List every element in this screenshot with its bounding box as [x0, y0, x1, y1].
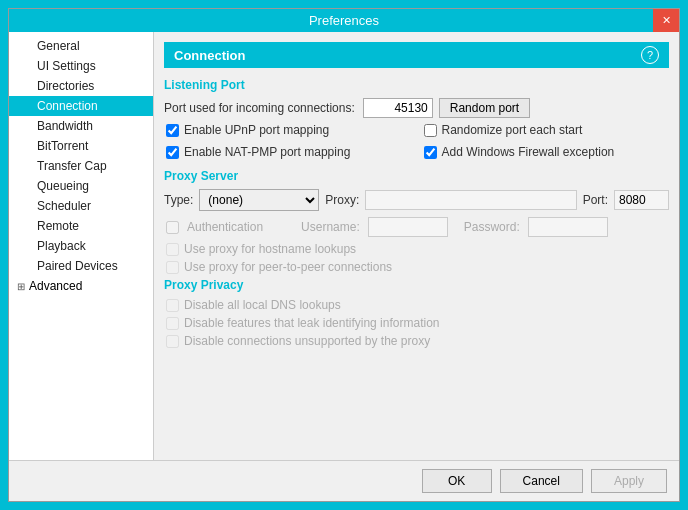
- sidebar-item-ui-settings[interactable]: UI Settings: [9, 56, 153, 76]
- port-row: Port used for incoming connections: Rand…: [164, 98, 669, 118]
- help-button[interactable]: ?: [641, 46, 659, 64]
- proxy-type-select[interactable]: (none) HTTP HTTPS SOCKS4 SOCKS5: [199, 189, 319, 211]
- sidebar-item-playback[interactable]: Playback: [9, 236, 153, 256]
- sidebar-item-general[interactable]: General: [9, 36, 153, 56]
- password-input[interactable]: [528, 217, 608, 237]
- leak-label: Disable features that leak identifying i…: [184, 316, 439, 330]
- proxy-address-input[interactable]: [365, 190, 576, 210]
- password-label: Password:: [464, 220, 520, 234]
- username-input[interactable]: [368, 217, 448, 237]
- proxy-auth-row: Authentication Username: Password:: [166, 217, 669, 237]
- upnp-checkbox[interactable]: [166, 124, 179, 137]
- section-header: Connection ?: [164, 42, 669, 68]
- cancel-button[interactable]: Cancel: [500, 469, 583, 493]
- content-area: General UI Settings Directories Connecti…: [9, 32, 679, 460]
- auth-checkbox[interactable]: [166, 221, 179, 234]
- leak-check-row: Disable features that leak identifying i…: [166, 316, 669, 330]
- firewall-label: Add Windows Firewall exception: [442, 145, 615, 159]
- proxy-port-input[interactable]: [614, 190, 669, 210]
- firewall-checkbox[interactable]: [424, 146, 437, 159]
- firewall-check-row: Add Windows Firewall exception: [424, 145, 670, 159]
- close-icon: ✕: [662, 14, 671, 27]
- username-label: Username:: [301, 220, 360, 234]
- random-port-button[interactable]: Random port: [439, 98, 530, 118]
- listening-port-group-label: Listening Port: [164, 78, 669, 92]
- dns-check-row: Disable all local DNS lookups: [166, 298, 669, 312]
- sidebar-item-advanced[interactable]: ⊞ Advanced: [9, 276, 153, 296]
- auth-label: Authentication: [187, 220, 263, 234]
- port-input[interactable]: [363, 98, 433, 118]
- dns-label: Disable all local DNS lookups: [184, 298, 341, 312]
- sidebar-item-bittorrent[interactable]: BitTorrent: [9, 136, 153, 156]
- unsupported-label: Disable connections unsupported by the p…: [184, 334, 430, 348]
- sidebar: General UI Settings Directories Connecti…: [9, 32, 154, 460]
- proxy-hostname-label: Use proxy for hostname lookups: [184, 242, 356, 256]
- unsupported-checkbox[interactable]: [166, 335, 179, 348]
- proxy-port-label: Port:: [583, 193, 608, 207]
- randomize-checkbox[interactable]: [424, 124, 437, 137]
- sidebar-item-label: Advanced: [29, 279, 82, 293]
- sidebar-item-remote[interactable]: Remote: [9, 216, 153, 236]
- ok-button[interactable]: OK: [422, 469, 492, 493]
- unsupported-check-row: Disable connections unsupported by the p…: [166, 334, 669, 348]
- randomize-check-row: Randomize port each start: [424, 123, 670, 137]
- apply-button[interactable]: Apply: [591, 469, 667, 493]
- proxy-hostname-check-row: Use proxy for hostname lookups: [166, 242, 669, 256]
- proxy-p2p-label: Use proxy for peer-to-peer connections: [184, 260, 392, 274]
- port-checks: Enable UPnP port mapping Randomize port …: [164, 123, 669, 163]
- preferences-window: Preferences ✕ General UI Settings Direct…: [8, 8, 680, 502]
- natpmp-label: Enable NAT-PMP port mapping: [184, 145, 350, 159]
- sidebar-item-scheduler[interactable]: Scheduler: [9, 196, 153, 216]
- proxy-type-row: Type: (none) HTTP HTTPS SOCKS4 SOCKS5 Pr…: [164, 189, 669, 211]
- upnp-label: Enable UPnP port mapping: [184, 123, 329, 137]
- proxy-privacy-group-label: Proxy Privacy: [164, 278, 669, 292]
- proxy-p2p-checkbox[interactable]: [166, 261, 179, 274]
- proxy-type-label: Type:: [164, 193, 193, 207]
- proxy-p2p-check-row: Use proxy for peer-to-peer connections: [166, 260, 669, 274]
- close-button[interactable]: ✕: [653, 9, 679, 32]
- footer: OK Cancel Apply: [9, 460, 679, 501]
- sidebar-item-paired-devices[interactable]: Paired Devices: [9, 256, 153, 276]
- titlebar: Preferences ✕: [9, 9, 679, 32]
- leak-checkbox[interactable]: [166, 317, 179, 330]
- sidebar-item-connection[interactable]: Connection: [9, 96, 153, 116]
- port-label: Port used for incoming connections:: [164, 101, 355, 115]
- natpmp-checkbox[interactable]: [166, 146, 179, 159]
- proxy-addr-label: Proxy:: [325, 193, 359, 207]
- proxy-server-group-label: Proxy Server: [164, 169, 669, 183]
- section-title-text: Connection: [174, 48, 246, 63]
- main-panel: Connection ? Listening Port Port used fo…: [154, 32, 679, 460]
- randomize-label: Randomize port each start: [442, 123, 583, 137]
- sidebar-item-queueing[interactable]: Queueing: [9, 176, 153, 196]
- natpmp-check-row: Enable NAT-PMP port mapping: [166, 145, 412, 159]
- dns-checkbox[interactable]: [166, 299, 179, 312]
- expand-icon: ⊞: [17, 281, 25, 292]
- sidebar-item-directories[interactable]: Directories: [9, 76, 153, 96]
- upnp-check-row: Enable UPnP port mapping: [166, 123, 412, 137]
- sidebar-item-transfer-cap[interactable]: Transfer Cap: [9, 156, 153, 176]
- sidebar-item-bandwidth[interactable]: Bandwidth: [9, 116, 153, 136]
- window-title: Preferences: [309, 13, 379, 28]
- proxy-hostname-checkbox[interactable]: [166, 243, 179, 256]
